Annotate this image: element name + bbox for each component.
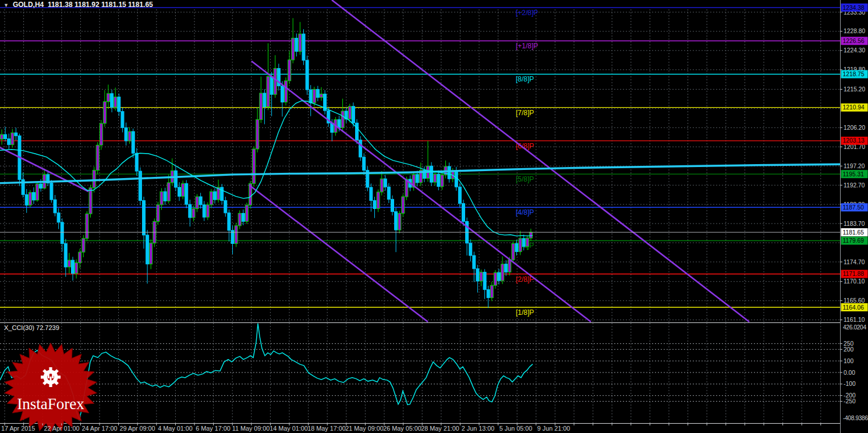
- candle-body: [498, 272, 501, 281]
- candle-body: [267, 76, 270, 107]
- candle-body: [256, 119, 259, 149]
- time-tick-label: 18 May 17:00: [307, 425, 345, 432]
- candle-body: [61, 222, 63, 244]
- time-tick-label: 11 May 09:00: [232, 425, 270, 432]
- candle-body: [448, 166, 451, 179]
- candle-body: [25, 194, 28, 205]
- chart-dropdown-icon[interactable]: ▼: [3, 2, 9, 8]
- candle-body: [100, 123, 102, 145]
- candle-body: [458, 187, 461, 204]
- candle-body: [128, 132, 131, 141]
- candle-body: [206, 205, 209, 217]
- chart-title: GOLD,H4 1181.38 1181.92 1181.15 1181.65: [13, 1, 153, 9]
- candle-body: [363, 157, 366, 171]
- candle-body: [121, 112, 124, 128]
- time-tick-label: 17 Apr 2015: [1, 425, 35, 432]
- candle-body: [182, 183, 185, 196]
- cci-tick-label: 0.00: [844, 370, 855, 376]
- time-tick-label: 9 Jun 21:00: [537, 425, 570, 432]
- candle-body: [505, 264, 508, 272]
- candle-body: [196, 197, 199, 209]
- time-tick-label: 29 Apr 09:00: [119, 425, 155, 432]
- candle-body: [487, 290, 490, 298]
- price-highlight-label: 1234.38: [843, 5, 865, 11]
- cci-tick-label: -100: [844, 381, 856, 387]
- candle-body: [221, 187, 224, 201]
- candle-body: [348, 107, 351, 119]
- candle-body: [245, 205, 248, 222]
- candle-body: [68, 260, 70, 267]
- candle-body: [139, 171, 141, 201]
- candle-body: [8, 139, 10, 144]
- chart-canvas[interactable]: [+2/8]P[+1/8]P[8/8]P[7/8]P[6/8]P[5/8]P[4…: [0, 0, 868, 433]
- candle-body: [164, 191, 166, 201]
- pivot-label: [+2/8]P: [516, 9, 538, 17]
- price-highlight-label: 1226.56: [843, 38, 865, 44]
- candle-body: [285, 81, 288, 102]
- candle-body: [316, 89, 319, 97]
- price-tick-label: 1224.30: [844, 47, 865, 54]
- logo-text: InstaForex: [17, 395, 84, 413]
- candle-body: [483, 272, 486, 290]
- candle-body: [490, 285, 493, 297]
- candle-body: [75, 262, 78, 273]
- price-tick-label: 1170.10: [844, 278, 865, 285]
- candle-body: [40, 184, 42, 188]
- candle-body: [501, 264, 504, 281]
- pivot-label: [+1/8]P: [516, 42, 538, 50]
- candle-body: [302, 34, 305, 60]
- candle-body: [242, 214, 245, 222]
- pivot-label: [1/8]P: [516, 308, 534, 317]
- time-tick-label: 14 May 01:00: [270, 425, 307, 432]
- price-highlight-label: 1195.31: [843, 171, 865, 178]
- candle-body: [103, 102, 106, 123]
- price-tick-label: 1174.70: [844, 259, 865, 265]
- candle-body: [462, 204, 465, 222]
- candle-body: [395, 212, 398, 230]
- price-tick-label: 1161.10: [844, 317, 865, 323]
- price-tick-label: 1165.60: [844, 297, 865, 304]
- candle-body: [178, 187, 181, 196]
- candle-body: [111, 94, 114, 107]
- candle-body: [309, 90, 312, 103]
- time-tick-label: 26 May 05:00: [383, 425, 421, 432]
- candle-body: [228, 213, 231, 230]
- candle-body: [356, 123, 359, 140]
- candle-body: [238, 214, 241, 226]
- candle-body: [167, 183, 170, 201]
- candle-body: [135, 153, 138, 171]
- candle-body: [373, 201, 376, 209]
- candle-body: [107, 94, 110, 102]
- candle-body: [146, 235, 149, 264]
- candle-body: [89, 188, 92, 214]
- candle-body: [253, 149, 256, 183]
- time-tick-label: 2 Jun 13:00: [462, 425, 494, 432]
- time-tick-label: 21 May 09:00: [345, 425, 383, 432]
- pivot-label: [8/8]P: [516, 75, 534, 83]
- price-tick-label: 1206.20: [844, 125, 865, 131]
- candle-body: [338, 119, 341, 127]
- price-axis[interactable]: 1233.301228.801224.301219.801215.201206.…: [840, 3, 868, 323]
- cci-max-label: 426.0204: [843, 324, 866, 331]
- candle-body: [341, 111, 344, 128]
- candle-body: [57, 213, 60, 222]
- candle-body: [54, 200, 56, 213]
- candle-body: [398, 214, 401, 230]
- candle-body: [11, 133, 14, 145]
- candle-body: [476, 269, 479, 281]
- pivot-label: [7/8]P: [516, 109, 534, 117]
- candle-body: [150, 243, 153, 264]
- candle-body: [526, 238, 529, 247]
- candle-body: [263, 93, 266, 107]
- candle-body: [32, 193, 35, 200]
- candle-body: [519, 239, 522, 252]
- price-highlight-label: 1171.88: [843, 271, 865, 277]
- candle-body: [160, 191, 163, 205]
- candle-body: [118, 97, 121, 112]
- time-tick-label: 6 May 17:00: [196, 425, 230, 432]
- candle-body: [214, 191, 217, 200]
- candle-body: [288, 60, 291, 81]
- candle-body: [143, 201, 146, 235]
- price-highlight-label: 1164.06: [843, 304, 865, 311]
- candle-body: [1, 134, 3, 139]
